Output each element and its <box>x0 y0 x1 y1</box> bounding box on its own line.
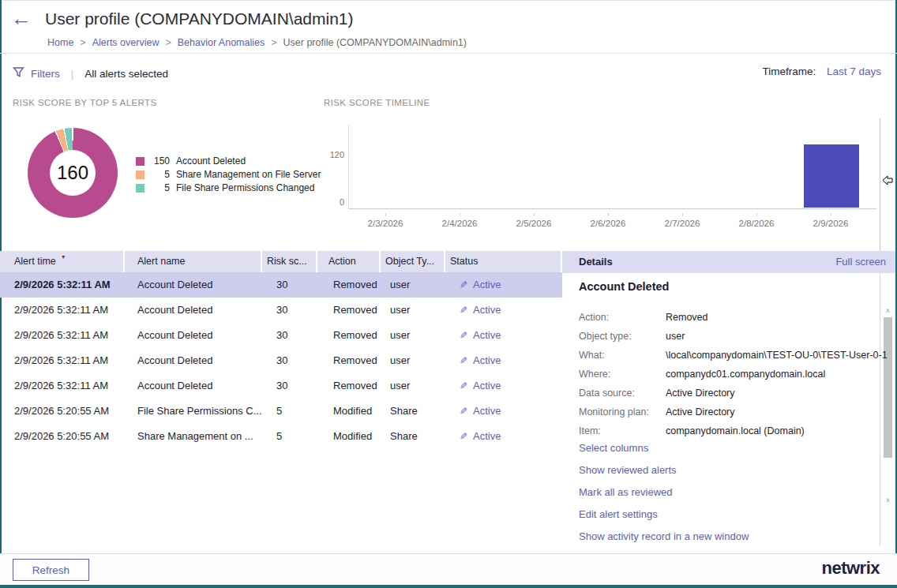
detail-field-label: Monitoring plan: <box>579 403 666 421</box>
panel-splitter-upper[interactable] <box>880 118 880 251</box>
alert-status-link[interactable]: Active <box>473 354 501 366</box>
refresh-button[interactable]: Refresh <box>13 559 89 581</box>
breadcrumb-link[interactable]: Alerts overview <box>92 37 160 48</box>
table-row[interactable]: 2/9/2026 5:32:11 AMAccount Deleted30Remo… <box>0 373 562 399</box>
x-axis-tick-mark <box>460 213 460 216</box>
x-axis-label-text: 2/9/2026 <box>813 219 849 228</box>
x-axis-label: 2/3/2026 <box>348 213 422 228</box>
table-row[interactable]: 2/9/2026 5:32:11 AMAccount Deleted30Remo… <box>0 272 562 298</box>
x-axis-tick-mark <box>682 213 683 216</box>
x-axis-label-text: 2/4/2026 <box>442 219 478 228</box>
breadcrumb-link[interactable]: Home <box>47 37 73 48</box>
detail-field-label: What: <box>579 346 666 365</box>
timeframe: Timeframe: Last 7 days <box>762 66 881 77</box>
alert-status-link[interactable]: Active <box>473 405 501 417</box>
detail-field-label: Action: <box>579 308 666 327</box>
column-header[interactable]: Risk sc... <box>262 251 316 272</box>
donut-total: 160 <box>50 150 96 196</box>
cell-status: ✎Active <box>445 373 562 399</box>
timeframe-label: Timeframe: <box>762 66 816 77</box>
x-axis-label: 2/5/2026 <box>497 213 571 228</box>
cell-time: 2/9/2026 5:20:55 AM <box>0 399 125 424</box>
cell-action: Removed <box>317 373 381 399</box>
panel-action-link[interactable]: Edit alert settings <box>579 504 749 526</box>
x-axis-labels: 2/3/20262/4/20262/5/20262/6/20262/7/2026… <box>348 213 868 228</box>
cell-object-type: Share <box>381 399 445 424</box>
page-title: User profile (COMPANYDOMAIN\admin1) <box>45 9 354 28</box>
cell-time: 2/9/2026 5:32:11 AM <box>0 323 125 348</box>
detail-field-value: companydc01.companydomain.local <box>666 365 825 384</box>
panel-action-link[interactable]: Mark all as reviewed <box>579 481 749 504</box>
x-axis-label-text: 2/5/2026 <box>516 219 552 228</box>
cell-name: Share Management on ... <box>125 424 262 449</box>
filters-bar: Filters | All alerts selected <box>13 66 168 81</box>
table-row[interactable]: 2/9/2026 5:32:11 AMAccount Deleted30Remo… <box>0 348 562 373</box>
legend-item: 5File Share Permissions Changed <box>136 182 321 193</box>
table-row[interactable]: 2/9/2026 5:32:11 AMAccount Deleted30Remo… <box>0 323 562 348</box>
x-axis-label: 2/4/2026 <box>422 213 497 228</box>
table-header-row: Alert time▼Alert nameRisk sc...ActionObj… <box>0 251 562 272</box>
column-header[interactable]: Alert time▼ <box>0 251 123 272</box>
legend-item: 5Share Management on File Server <box>136 169 321 180</box>
cell-object-type: user <box>381 348 445 373</box>
panel-action-link[interactable]: Show activity record in a new window <box>579 526 749 548</box>
alert-status-link[interactable]: Active <box>473 329 501 341</box>
detail-field-row: Action:Removed <box>579 308 882 327</box>
netwrix-logo: netwrix <box>821 558 880 579</box>
alert-detail-title: Account Deleted <box>579 280 669 293</box>
back-arrow-icon[interactable]: ← <box>11 8 32 28</box>
detail-field-row: What:\local\companydomain\TEST-OU-0\TEST… <box>579 346 882 365</box>
table-row[interactable]: 2/9/2026 5:20:55 AMFile Share Permission… <box>0 399 562 424</box>
window-border-bottom <box>0 585 897 588</box>
cell-name: Account Deleted <box>125 323 262 348</box>
column-header[interactable]: Object Ty... <box>381 251 444 272</box>
x-axis-tick-mark <box>608 213 609 216</box>
legend-label: Account Deleted <box>176 155 246 167</box>
y-axis-tick-0: 0 <box>321 197 344 207</box>
cell-action: Removed <box>317 298 381 323</box>
breadcrumb-current: User profile (COMPANYDOMAIN\admin1) <box>283 37 467 48</box>
legend-value: 5 <box>151 182 170 193</box>
cell-time: 2/9/2026 5:20:55 AM <box>0 424 125 449</box>
cell-name: File Share Permissions C... <box>125 399 262 424</box>
x-axis-label-text: 2/8/2026 <box>739 219 775 228</box>
panel-action-link[interactable]: Show reviewed alerts <box>579 459 749 481</box>
filter-funnel-icon <box>13 66 24 81</box>
x-axis-tick-mark <box>385 213 386 216</box>
cell-risk: 30 <box>262 298 317 323</box>
cell-risk: 30 <box>262 323 317 348</box>
detail-field-value: \local\companydomain\TEST-OU-0\TEST-User… <box>666 346 888 365</box>
detail-field-row: Data source:Active Directory <box>579 384 882 403</box>
x-axis-label: 2/8/2026 <box>719 213 794 228</box>
alert-status-link[interactable]: Active <box>473 430 501 442</box>
alert-status-link[interactable]: Active <box>473 380 501 391</box>
panel-action-link[interactable]: Select columns <box>579 437 749 459</box>
edit-pencil-icon: ✎ <box>460 323 467 348</box>
legend-swatch-icon <box>136 170 144 179</box>
cell-risk: 30 <box>262 272 317 298</box>
breadcrumb-link[interactable]: Behavior Anomalies <box>178 37 265 48</box>
table-row[interactable]: 2/9/2026 5:32:11 AMAccount Deleted30Remo… <box>0 298 562 323</box>
alert-status-link[interactable]: Active <box>473 304 501 316</box>
cell-time: 2/9/2026 5:32:11 AM <box>0 272 125 298</box>
table-body: 2/9/2026 5:32:11 AMAccount Deleted30Remo… <box>0 272 562 449</box>
filters-button[interactable]: Filters <box>31 68 60 80</box>
detail-field-label: Object type: <box>579 327 666 346</box>
column-header[interactable]: Alert name <box>125 251 261 272</box>
breadcrumb: Home>Alerts overview>Behavior Anomalies>… <box>46 37 467 48</box>
table-row[interactable]: 2/9/2026 5:20:55 AMShare Management on .… <box>0 424 562 449</box>
details-panel: Details Full screen Account Deleted Acti… <box>562 251 895 552</box>
cell-status: ✎Active <box>445 272 562 298</box>
detail-field-row: Object type:user <box>579 327 882 346</box>
legend-item: 150Account Deleted <box>136 155 321 167</box>
timeframe-value-link[interactable]: Last 7 days <box>827 66 881 77</box>
column-header[interactable]: Status <box>445 251 561 272</box>
donut-legend: 150Account Deleted5Share Management on F… <box>136 155 321 196</box>
x-axis-label-text: 2/7/2026 <box>665 219 700 228</box>
detail-field-label: Where: <box>579 365 666 384</box>
alert-status-link[interactable]: Active <box>473 279 501 290</box>
full-screen-link[interactable]: Full screen <box>835 251 886 273</box>
column-header-label: Status <box>450 256 478 267</box>
column-header[interactable]: Action <box>317 251 379 272</box>
legend-swatch-icon <box>136 157 144 166</box>
